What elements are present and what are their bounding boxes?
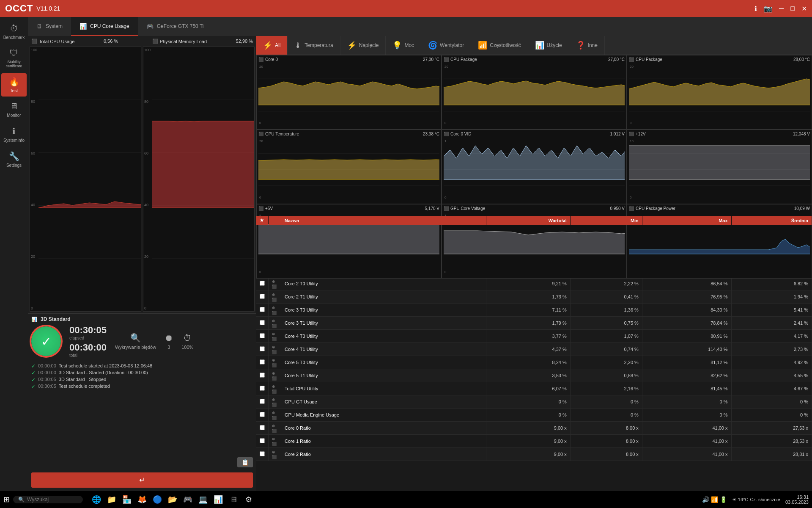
12v-val: 12,048 V	[793, 132, 810, 136]
cpupow-title-row: ⬛ CPU Package Power 10,09 W	[629, 206, 810, 211]
taskbar-app-app4[interactable]: 🖥	[227, 493, 240, 506]
right-tab-temperatura[interactable]: 🌡 Temperatura	[288, 36, 340, 55]
start-button[interactable]: ⊞	[3, 495, 10, 504]
taskbar-app-browser1[interactable]: 🌐	[90, 493, 103, 506]
search-ctrl-icon: 🔍	[130, 333, 141, 343]
svg-text:0: 0	[259, 270, 261, 274]
tray-icon-2[interactable]: 📶	[711, 496, 718, 503]
row-min-13: 0 %	[570, 395, 642, 409]
gputemp-icon: ⬛	[258, 132, 263, 136]
screenshot-icon[interactable]: 📷	[764, 5, 772, 13]
taskbar-app-app3[interactable]: 📊	[211, 493, 225, 506]
minimize-button[interactable]: ─	[779, 5, 784, 13]
freq-tab-label: Częstotliwość	[490, 42, 521, 48]
col-avg: Średnia	[731, 216, 812, 225]
tab-gtx[interactable]: 🎮 GeForce GTX 750 Ti	[138, 17, 212, 36]
tab-cpu-core[interactable]: 📊 CPU Core Usage	[71, 17, 138, 36]
right-tab-wentylator[interactable]: 🌀 Wentylator	[421, 36, 471, 55]
sidebar-item-systeminfo[interactable]: ℹ SystemInfo	[1, 123, 27, 146]
row-star-17[interactable]	[256, 448, 269, 461]
row-icons-10: ⊕ ⬛	[269, 356, 281, 369]
chart-headers: ⬛ Total CPU Usage 0,56 % ⬛ Physical Memo…	[30, 38, 255, 45]
mem-title: ⬛ Physical Memory Load	[152, 39, 207, 44]
tab-system[interactable]: 🖥 System	[28, 17, 71, 36]
taskbar-app-app1[interactable]: 🎮	[181, 493, 195, 506]
cpupkg-val: 27,00 °C	[608, 57, 625, 62]
row-star-13[interactable]	[256, 395, 269, 409]
systeminfo-icon: ℹ	[12, 126, 16, 136]
log-area: ✓ 00:00:00 Test schedule started at 2023…	[28, 361, 256, 456]
sidebar-item-settings[interactable]: 🔧 Settings	[1, 148, 27, 171]
record-ctrl[interactable]: ⏺ 3	[165, 333, 173, 350]
maximize-button[interactable]: □	[790, 5, 795, 13]
cpupkg2-val: 28,00 °C	[793, 57, 810, 62]
sidebar-label-stability: Stability certificate	[3, 60, 25, 68]
row-icons-14: ⊕ ⬛	[269, 409, 281, 422]
sidebar-item-monitor[interactable]: 🖥 Monitor	[1, 98, 27, 121]
taskbar-apps: 🌐 📁 🏪 🦊 🔵 📂 🎮 💻 📊 🖥 ⚙	[90, 493, 255, 506]
taskbar-search[interactable]: 🔍	[13, 496, 83, 503]
copy-button[interactable]: 📋	[237, 457, 253, 467]
right-tab-napiecie[interactable]: ⚡ Napięcie	[340, 36, 386, 55]
row-star-6[interactable]	[256, 304, 269, 317]
run-button[interactable]: ↵	[31, 472, 253, 488]
total-cpu-title: ⬛ Total CPU Usage	[31, 39, 74, 44]
taskbar-app-mail[interactable]: 📁	[105, 493, 118, 506]
right-tab-moc[interactable]: 💡 Moc	[386, 36, 421, 55]
row-avg-15: 27,63 x	[731, 422, 812, 435]
right-tab-all[interactable]: ⚡ All	[256, 36, 288, 55]
gpuvolt-title-row: ⬛ GPU Core Voltage 0,950 V	[444, 206, 625, 211]
svg-text:0: 0	[259, 121, 261, 125]
taskbar-app-app5[interactable]: ⚙	[242, 493, 255, 506]
row-star-10[interactable]	[256, 356, 269, 369]
titlebar: OCCT V11.0.21 ℹ 📷 ─ □ ✕	[0, 0, 812, 17]
search-input[interactable]	[27, 497, 78, 502]
right-tab-uzycie[interactable]: 📊 Użycie	[528, 36, 569, 55]
row-value-11: 3,53 %	[486, 369, 570, 382]
moc-tab-label: Moc	[404, 42, 414, 48]
row-star-16[interactable]	[256, 435, 269, 448]
log-entry-1: ✓ 00:00:00 3D Standard - Started (Durati…	[31, 370, 253, 376]
test-name: 3D Standard	[41, 316, 71, 322]
taskbar-app-chrome[interactable]: 🔵	[151, 493, 164, 506]
sidebar-item-stability[interactable]: 🛡 Stability certificate	[1, 45, 27, 72]
12v-canvas: 10 0	[629, 137, 810, 202]
row-star-5[interactable]	[256, 290, 269, 304]
right-tab-czestotliwosc[interactable]: 📶 Częstotliwość	[471, 36, 528, 55]
core0-name: ⬛ Core 0	[258, 57, 278, 62]
sidebar-item-benchmark[interactable]: ⏱ Benchmark	[1, 20, 27, 43]
5v-name: ⬛ +5V	[258, 206, 273, 211]
sidebar-label-settings: Settings	[6, 163, 22, 168]
speed-icon: ⏱	[183, 333, 192, 343]
inne-tab-icon: ❓	[576, 41, 585, 50]
right-tab-inne[interactable]: ❓ Inne	[569, 36, 605, 55]
info-icon[interactable]: ℹ	[754, 5, 757, 13]
row-avg-11: 4,55 %	[731, 369, 812, 382]
close-button[interactable]: ✕	[801, 5, 807, 13]
row-star-15[interactable]	[256, 422, 269, 435]
taskbar-app-app2[interactable]: 💻	[196, 493, 210, 506]
svg-text:20: 20	[259, 139, 263, 143]
row-star-9[interactable]	[256, 343, 269, 356]
tray-icon-1[interactable]: 🔊	[702, 496, 709, 503]
row-star-7[interactable]	[256, 317, 269, 330]
row-star-12[interactable]	[256, 382, 269, 395]
row-star-11[interactable]	[256, 369, 269, 382]
taskbar-app-files[interactable]: 📂	[166, 493, 179, 506]
table-row: ⊕ ⬛ Core 4 T1 Utility 4,37 % 0,74 % 114,…	[256, 343, 812, 356]
row-star-8[interactable]	[256, 330, 269, 343]
svg-text:10: 10	[630, 139, 634, 143]
mem-icon: ⬛	[152, 39, 158, 44]
gputemp-title-row: ⬛ GPU Temperature 23,38 °C	[258, 132, 439, 136]
row-star-14[interactable]	[256, 409, 269, 422]
taskbar-app-firefox[interactable]: 🦊	[135, 493, 149, 506]
sidebar-item-test[interactable]: 🔥 Test	[1, 73, 27, 97]
tray-icon-3[interactable]: 🔋	[720, 496, 727, 503]
table-row: ⊕ ⬛ Core 3 T0 Utility 7,11 % 1,36 % 84,3…	[256, 304, 812, 317]
row-value-13: 0 %	[486, 395, 570, 409]
row-value-16: 9,00 x	[486, 435, 570, 448]
taskbar-app-store[interactable]: 🏪	[120, 493, 134, 506]
row-value-7: 1,79 %	[486, 317, 570, 330]
error-detection[interactable]: 🔍 Wykrywanie błędów	[115, 333, 156, 350]
row-star-4[interactable]	[256, 277, 269, 290]
